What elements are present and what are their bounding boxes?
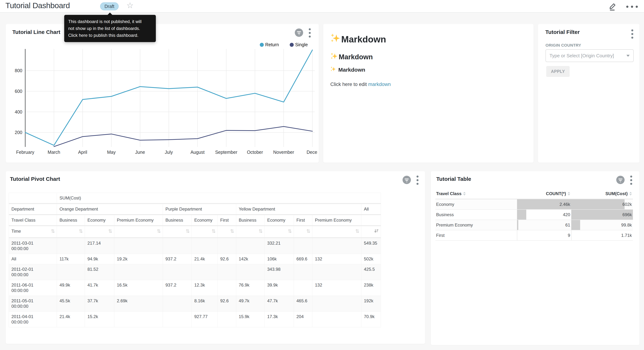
markdown-heading-text: Markdown [339, 53, 373, 61]
pivot-cell: 21.4k [57, 312, 85, 327]
filter-scope-icon[interactable] [294, 28, 303, 38]
pivot-cell: 16.5k [114, 280, 163, 296]
pivot-chart-card: Tutorial Pivot Chart SUM(Cost)Department… [6, 171, 425, 344]
filter-scope-icon[interactable] [616, 176, 625, 185]
column-header-count[interactable]: COUNT(*) [517, 189, 571, 199]
pivot-cell [192, 238, 218, 254]
pivot-cell [218, 238, 236, 254]
origin-country-select[interactable]: Type or Select [Origin Country] [546, 49, 634, 62]
pivot-group-header: Yellow Department [236, 204, 361, 215]
table-cell-count: 9 [517, 230, 571, 240]
x-axis-tick: September [215, 150, 237, 155]
column-header-travel-class[interactable]: Travel Class [436, 189, 517, 199]
pivot-row: All117k94.9k19.2k937.221.4k92.6142k106k6… [9, 254, 381, 264]
y-axis-tick: 600 [15, 89, 22, 94]
pivot-cell [294, 264, 312, 280]
edit-markdown-link[interactable]: markdown [368, 82, 391, 87]
pivot-dim-label: Travel Class [9, 215, 57, 226]
sort-icon[interactable]: ⇅ [212, 228, 216, 234]
pivot-cell: 238k [361, 280, 381, 296]
sort-icon[interactable]: ⇅ [306, 228, 310, 234]
pivot-cell: 76.9k [236, 280, 265, 296]
pivot-sort-cell: ⇅ [294, 226, 312, 238]
x-axis-tick: November [273, 150, 294, 155]
pivot-row: 2011-05-0100:00:0045.5k37.7k2.69k8.16k92… [9, 296, 381, 312]
more-options-icon[interactable] [625, 4, 639, 9]
chart-menu-icon[interactable] [308, 28, 312, 38]
table-cell-travel-class: Business [436, 210, 517, 220]
pivot-cell [312, 238, 361, 254]
legend-item-return[interactable]: Return [260, 42, 279, 47]
sort-icon[interactable]: ⇅ [355, 228, 359, 234]
chart-menu-icon[interactable] [630, 29, 634, 39]
table-row: Economy2.46k602k [436, 199, 633, 210]
pivot-row: 2011-06-0100:00:0049.9k41.7k16.5k937.212… [9, 280, 381, 296]
sort-icon[interactable]: ⇅ [230, 228, 234, 234]
pivot-cell: 2.69k [114, 296, 163, 312]
chart-legend: Return Single [260, 42, 308, 47]
pivot-chart-title: Tutorial Pivot Chart [10, 176, 60, 182]
pivot-cell: 502k [361, 254, 381, 264]
pivot-class-row: Travel ClassBusinessEconomyPremium Econo… [9, 215, 381, 226]
sort-icon[interactable]: ⇅ [186, 228, 190, 234]
status-badge[interactable]: Draft [100, 2, 119, 10]
pivot-sort-cell: ⇅ [218, 226, 236, 238]
pivot-row-label: 2011-03-0100:00:00 [9, 238, 57, 254]
sort-icon[interactable]: ⇅ [51, 228, 55, 234]
sort-descending-icon[interactable] [374, 228, 379, 235]
pivot-sort-cell: ⇅ [163, 226, 192, 238]
pivot-cell: 8.16k [192, 296, 218, 312]
pivot-cell [114, 312, 163, 327]
pivot-cell: 15.9k [236, 312, 265, 327]
pivot-cell: 332.21 [265, 238, 294, 254]
column-header-sum-cost[interactable]: SUM(Cost) [571, 189, 633, 199]
pivot-cell: 81.52 [85, 264, 114, 280]
pivot-cell: 92.6 [218, 254, 236, 264]
sort-icon[interactable]: ⇅ [288, 228, 292, 234]
apply-button[interactable]: APPLY [546, 66, 570, 77]
sort-icon[interactable]: ⇅ [258, 228, 263, 234]
pivot-cell: 49.7k [236, 296, 265, 312]
pivot-cell [163, 312, 192, 327]
select-placeholder: Type or Select [Origin Country] [550, 53, 626, 58]
edit-pencil-icon[interactable] [608, 2, 617, 12]
chart-menu-icon[interactable] [416, 175, 419, 186]
sort-icon[interactable]: ⇅ [157, 228, 161, 234]
x-axis-tick: February [16, 150, 34, 155]
series-line-single [54, 126, 312, 147]
pivot-group-row: DepartmentOrange DepartmentPurple Depart… [9, 204, 381, 215]
pivot-cell: 12.3k [192, 280, 218, 296]
sort-icon[interactable]: ⇅ [79, 228, 83, 234]
table-cell-count: 2.46k [517, 199, 571, 210]
y-axis-tick: 200 [15, 130, 22, 135]
pivot-cell: 425.5 [361, 264, 381, 280]
pivot-cell [57, 264, 85, 280]
pivot-col-header: First [294, 215, 312, 226]
pivot-sort-cell: ⇅ [236, 226, 265, 238]
pivot-cell: 45.5k [57, 296, 85, 312]
markdown-card: Markdown Markdown Markdown Click here to… [323, 24, 534, 163]
chart-menu-icon[interactable] [630, 175, 633, 186]
legend-label: Return [265, 42, 279, 47]
favorite-star-icon[interactable]: ☆ [126, 2, 134, 10]
table-header-row: Travel Class COUNT(*) SUM(Cost) [436, 189, 633, 199]
publish-tooltip: This dashboard is not published, it will… [64, 15, 156, 42]
pivot-cell [57, 238, 85, 254]
pivot-cell [312, 312, 361, 327]
pivot-row-label: 2011-04-0100:00:00 [9, 312, 57, 327]
sort-icon [568, 192, 570, 196]
table-cell-sum: 696k [571, 210, 633, 220]
sort-icon[interactable]: ⇅ [108, 228, 112, 234]
pivot-cell [163, 264, 192, 280]
pivot-col-header: Business [163, 215, 192, 226]
pivot-cell [218, 312, 236, 327]
filter-scope-icon[interactable] [402, 176, 411, 185]
pivot-cell: 94.9k [85, 254, 114, 264]
x-axis-tick: August [190, 150, 205, 155]
x-axis-tick: March [48, 150, 60, 155]
pivot-cell: 49.9k [57, 280, 85, 296]
legend-item-single[interactable]: Single [290, 42, 308, 47]
pivot-cell: 927.77 [192, 312, 218, 327]
pivot-cell: 17.3k [265, 312, 294, 327]
x-axis-tick: July [165, 150, 173, 155]
